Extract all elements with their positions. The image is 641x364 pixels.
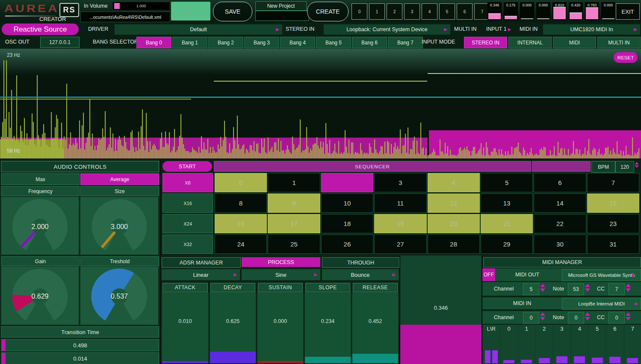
average-button[interactable]: Average — [80, 173, 159, 185]
input-mode-midi[interactable]: MIDI — [553, 37, 596, 48]
bpm-up-icon[interactable] — [635, 162, 639, 164]
attack-curve-dropdown[interactable]: Linear ▶ — [162, 269, 240, 280]
sequencer-step-6[interactable]: 6 — [534, 173, 586, 192]
dropdown-arrow-icon[interactable]: ▶ — [635, 302, 638, 306]
bang-button-5[interactable]: Bang 5 — [316, 37, 351, 48]
spin-down-icon[interactable] — [626, 288, 631, 292]
midi-out-note-spinner[interactable] — [585, 284, 590, 292]
adsr-attack-slider[interactable]: 0.010 — [162, 292, 209, 364]
sequencer-step-31[interactable]: 31 — [587, 235, 639, 254]
create-button[interactable]: CREATE — [307, 2, 349, 21]
midi-in-note-spinner[interactable] — [585, 312, 590, 320]
adsr-sustain-slider[interactable]: 0.000 — [257, 292, 304, 364]
exit-button[interactable]: EXIT — [616, 3, 640, 20]
driver-dropdown[interactable]: Default ▶ — [115, 24, 282, 35]
sequencer-step-14[interactable]: 14 — [534, 194, 586, 213]
midi-in-channel-spinner[interactable] — [540, 312, 545, 320]
sequencer-step-3[interactable]: 3 — [374, 173, 426, 192]
release-curve-dropdown[interactable]: Bounce ▶ — [322, 269, 399, 280]
bank-button-1[interactable]: 1 — [369, 3, 385, 20]
midi-in-cc-spinner[interactable] — [626, 312, 631, 320]
sequencer-step-4[interactable]: 4 — [428, 173, 480, 192]
adsr-decay-slider[interactable]: 0.625 — [210, 292, 256, 364]
gain-knob[interactable]: 0.629 — [1, 267, 79, 325]
adsr-release-slider[interactable]: 0.452 — [352, 292, 399, 364]
sequencer-step-21[interactable]: 21 — [481, 214, 533, 233]
midi-out-channel-value[interactable]: 5 — [523, 283, 539, 295]
bang-button-1[interactable]: Bang 1 — [172, 37, 207, 48]
spin-down-icon[interactable] — [585, 288, 590, 292]
spin-up-icon[interactable] — [626, 284, 631, 287]
bank-button-6[interactable]: 6 — [457, 3, 473, 20]
process-button[interactable]: PROCESS — [242, 257, 320, 267]
bpm-down-icon[interactable] — [635, 165, 639, 168]
sequencer-step-27[interactable]: 27 — [374, 235, 426, 254]
sequencer-step-7[interactable]: 7 — [587, 173, 639, 192]
midi-out-cc-value[interactable]: 7 — [609, 283, 625, 295]
midi-off-button[interactable]: OFF — [482, 268, 495, 281]
through-button[interactable]: THROUGH — [322, 257, 399, 268]
midi-out-channel-spinner[interactable] — [540, 284, 545, 292]
sequencer-step-22[interactable]: 22 — [534, 214, 586, 233]
sequencer-step-8[interactable]: 8 — [215, 194, 267, 213]
input-mode-stereo-in[interactable]: STEREO IN — [464, 37, 507, 48]
sequencer-row-label-x24[interactable]: X24 — [162, 214, 213, 233]
sequencer-step-23[interactable]: 23 — [587, 214, 639, 233]
in-volume-slider[interactable]: 1.000 — [113, 2, 169, 10]
midi-in-device-dropdown[interactable]: UMC1820 MIDI In ▶ — [543, 24, 640, 35]
sequencer-step-28[interactable]: 28 — [428, 235, 480, 254]
max-button[interactable]: Max — [1, 173, 80, 185]
bang-button-6[interactable]: Bang 6 — [352, 37, 387, 48]
sequencer-step-20[interactable]: 20 — [428, 214, 480, 233]
spin-up-icon[interactable] — [540, 284, 545, 287]
reset-button[interactable]: RESET — [614, 52, 638, 63]
bang-button-3[interactable]: Bang 3 — [244, 37, 279, 48]
sequencer-step-30[interactable]: 30 — [534, 235, 586, 254]
bpm-value[interactable]: 120 — [615, 161, 634, 173]
in-volume-slider-handle[interactable] — [114, 3, 120, 9]
spin-up-icon[interactable] — [626, 312, 631, 316]
osc-out-address[interactable]: 127.0.0.1 — [40, 37, 80, 48]
bank-button-4[interactable]: 4 — [422, 3, 437, 20]
edit-button[interactable]: EDIT — [171, 2, 210, 21]
sequencer-step-16[interactable]: 16 — [215, 214, 267, 233]
midi-out-device-dropdown[interactable]: Microsoft GS Wavetable Synth ▶ — [562, 269, 641, 281]
sequencer-step-24[interactable]: 24 — [215, 235, 267, 254]
treshold-knob[interactable]: 0.537 — [80, 267, 158, 325]
start-button[interactable]: START — [162, 161, 212, 172]
sequencer-step-17[interactable]: 17 — [268, 214, 320, 233]
bank-button-5[interactable]: 5 — [439, 3, 455, 20]
bank-button-2[interactable]: 2 — [387, 3, 402, 20]
sequencer-progress-tail[interactable] — [532, 161, 591, 172]
dropdown-arrow-icon[interactable]: ▶ — [634, 27, 637, 32]
midi-in-cc-value[interactable]: 0 — [609, 312, 625, 324]
sequencer-step-13[interactable]: 13 — [481, 194, 533, 213]
multi-in-input-select[interactable]: INPUT 1 ▶ — [486, 26, 511, 32]
spin-down-icon[interactable] — [540, 288, 545, 292]
transition-value-slider-2[interactable]: 0.014 — [1, 352, 159, 364]
midi-in-channel-value[interactable]: 0 — [523, 312, 539, 324]
sequencer-step-5[interactable]: 5 — [481, 173, 533, 192]
sequencer-step-10[interactable]: 10 — [321, 194, 373, 213]
sequencer-step-29[interactable]: 29 — [481, 235, 533, 254]
sequencer-step-9[interactable]: 9 — [268, 194, 320, 213]
spin-down-icon[interactable] — [540, 317, 545, 320]
sequencer-step-0[interactable]: 0 — [215, 173, 267, 192]
sequencer-step-1[interactable]: 1 — [268, 173, 320, 192]
stereo-in-device-dropdown[interactable]: Loopback: Current System Device ▶ — [324, 24, 450, 35]
spin-down-icon[interactable] — [626, 317, 631, 320]
size-knob[interactable]: 3.000 — [80, 197, 158, 255]
dropdown-arrow-icon[interactable]: ▶ — [632, 273, 635, 277]
sequencer-step-11[interactable]: 11 — [374, 194, 426, 213]
sequencer-row-label-x32[interactable]: X32 — [162, 235, 213, 254]
sequencer-step-19[interactable]: 19 — [374, 214, 426, 233]
dropdown-arrow-icon[interactable]: ▶ — [392, 273, 396, 277]
sequencer-step-25[interactable]: 25 — [268, 235, 320, 254]
frequency-knob[interactable]: 2.000 — [1, 197, 79, 255]
midi-out-cc-spinner[interactable] — [626, 284, 631, 292]
bang-button-2[interactable]: Bang 2 — [208, 37, 243, 48]
spin-up-icon[interactable] — [585, 284, 590, 287]
transition-value-slider-1[interactable]: 0.498 — [1, 339, 159, 351]
bpm-spinner[interactable] — [635, 162, 639, 168]
midi-out-note-value[interactable]: 53 — [568, 283, 584, 295]
